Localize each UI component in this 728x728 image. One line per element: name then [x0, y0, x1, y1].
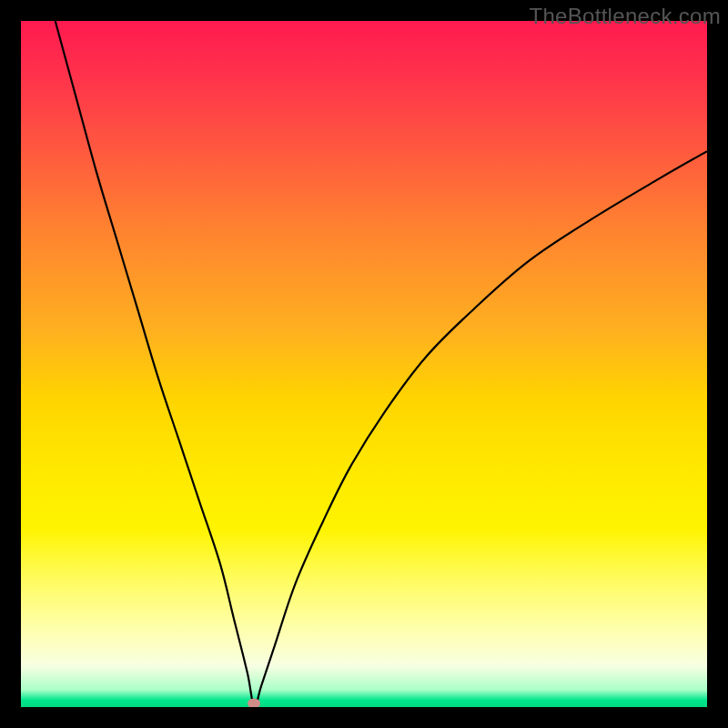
chart-frame: TheBottleneck.com — [0, 0, 728, 728]
plot-area — [21, 21, 707, 707]
bottleneck-curve — [21, 21, 707, 707]
curve-path — [56, 21, 707, 707]
minimum-point-icon — [248, 699, 260, 708]
watermark-text: TheBottleneck.com — [529, 4, 721, 29]
